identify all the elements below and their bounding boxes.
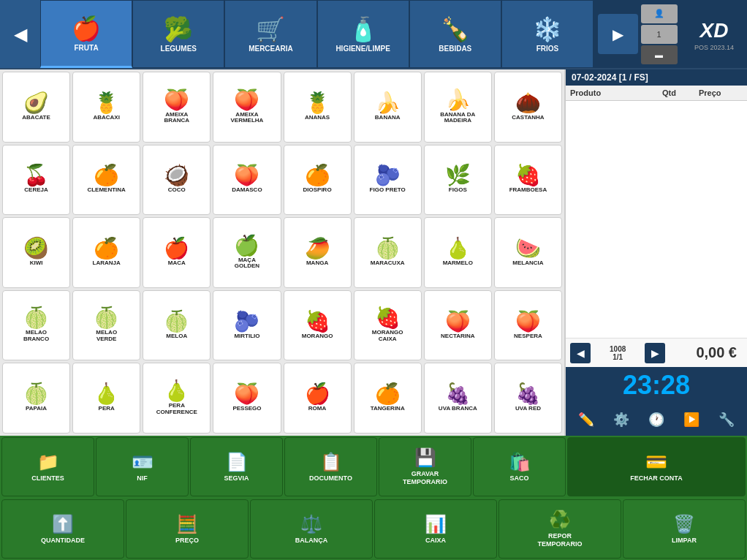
label-saco: SACO xyxy=(509,474,528,483)
product-item-banana-madeira[interactable]: 🍌 BANANA DAMADEIRA xyxy=(424,72,492,143)
nav-back-button[interactable]: ◀ xyxy=(0,0,40,68)
product-item-nespera[interactable]: 🍑 NESPERA xyxy=(494,290,562,361)
prod-icon-figo-preto: 🫐 xyxy=(375,165,401,186)
btn-segvia[interactable]: 📄 SEGVIA xyxy=(190,437,283,496)
category-tab-higiene[interactable]: 🧴 HIGIENE/LIMPE xyxy=(317,0,409,68)
category-tab-legumes[interactable]: 🥦 LEGUMES xyxy=(132,0,224,68)
prod-label-marmelo: MARMELO xyxy=(443,260,473,267)
bottom-row-1: 📁 CLIENTES🪪 NIF📄 SEGVIA📋 DOCUMENTO💾 GRAV… xyxy=(0,436,747,498)
icon-caixa: 📊 xyxy=(425,514,447,534)
product-item-maracuxa[interactable]: 🍈 MARACUXA xyxy=(354,217,422,288)
product-item-uva-red[interactable]: 🍇 UVA RED xyxy=(494,363,562,434)
product-item-morango-caixa[interactable]: 🍓 MORANGOCAIXA xyxy=(354,290,422,361)
btn-preco[interactable]: 🧮 PREÇO xyxy=(126,499,249,559)
prod-icon-clementina: 🍊 xyxy=(94,165,119,186)
btn-fechar-conta[interactable]: 💳 FECHAR CONTA xyxy=(567,437,746,496)
product-item-damasco[interactable]: 🍑 DAMASCO xyxy=(213,145,281,216)
product-item-banana[interactable]: 🍌 BANANA xyxy=(354,72,422,143)
btn-saco[interactable]: 🛍️ SACO xyxy=(473,437,566,496)
product-item-roma[interactable]: 🍎 ROMA xyxy=(284,363,352,434)
product-item-ananas[interactable]: 🍍 ANANAS xyxy=(284,72,352,143)
product-item-melao-branco[interactable]: 🍈 MELAOBRANCO xyxy=(2,290,70,361)
prod-label-laranja: LARANJA xyxy=(93,260,121,267)
product-item-kiwi[interactable]: 🥝 KIWI xyxy=(2,217,70,288)
product-item-meloa[interactable]: 🍈 MELOA xyxy=(143,290,211,361)
page-prev-button[interactable]: ◀ xyxy=(570,343,591,363)
product-item-maca[interactable]: 🍎 MACA xyxy=(143,217,211,288)
right-header: 07-02-2024 [1 / FS] xyxy=(566,69,747,86)
btn-quantidade[interactable]: ⬆️ QUANTIDADE xyxy=(1,499,124,559)
product-item-figo-preto[interactable]: 🫐 FIGO PRETO xyxy=(354,145,422,216)
prod-icon-pera: 🍐 xyxy=(94,384,119,404)
category-tab-mercearia[interactable]: 🛒 MERCEARIA xyxy=(224,0,316,68)
btn-clientes[interactable]: 📁 CLIENTES xyxy=(1,437,94,496)
product-item-melancia[interactable]: 🍉 MELANCIA xyxy=(494,217,562,288)
product-item-ameixa-vermelha[interactable]: 🍑 AMEIXAVERMELHA xyxy=(213,72,281,143)
product-item-manga[interactable]: 🥭 MANGA xyxy=(284,217,352,288)
prod-icon-diospiro: 🍊 xyxy=(305,165,330,186)
product-item-abacaxi[interactable]: 🍍 ABACAXI xyxy=(72,72,140,143)
product-item-figos[interactable]: 🌿 FIGOS xyxy=(424,145,492,216)
product-item-laranja[interactable]: 🍊 LARANJA xyxy=(72,217,140,288)
product-item-papaia[interactable]: 🍈 PAPAIA xyxy=(2,363,70,434)
product-item-nectarina[interactable]: 🍑 NECTARINA xyxy=(424,290,492,361)
product-item-melao-verde[interactable]: 🍈 MELAOVERDE xyxy=(72,290,140,361)
btn-limpar[interactable]: 🗑️ LIMPAR xyxy=(623,499,746,559)
prod-icon-banana-madeira: 🍌 xyxy=(445,90,471,110)
category-tab-frios[interactable]: ❄️ FRIOS xyxy=(501,0,594,68)
page-next-button[interactable]: ▶ xyxy=(645,343,665,363)
product-item-cereja[interactable]: 🍒 CEREJA xyxy=(2,145,70,216)
icon-repor-temp: ♻️ xyxy=(549,510,571,530)
prod-icon-maracuxa: 🍈 xyxy=(375,238,401,259)
gear-icon[interactable]: ⚙️ xyxy=(610,408,633,431)
prod-label-tangerina: TANGERINA xyxy=(371,406,405,412)
btn-caixa[interactable]: 📊 CAIXA xyxy=(374,499,497,559)
date-display: 07-02-2024 [1 / FS] xyxy=(572,72,648,83)
prod-label-maca: MACA xyxy=(168,260,186,267)
prod-label-kiwi: KIWI xyxy=(30,260,43,267)
btn-repor-temp[interactable]: ♻️ REPORTEMPORARIO xyxy=(498,499,621,559)
wrench-icon[interactable]: 🔧 xyxy=(715,408,738,431)
bottom-row-2: ⬆️ QUANTIDADE🧮 PREÇO⚖️ BALANÇA📊 CAIXA♻️ … xyxy=(0,498,747,560)
product-item-framboesa[interactable]: 🍓 FRAMBOESA xyxy=(494,145,562,216)
product-item-ameixa-branca[interactable]: 🍑 AMEIXABRANCA xyxy=(143,72,211,143)
product-item-castanha[interactable]: 🌰 CASTANHA xyxy=(494,72,562,143)
btn-balanca[interactable]: ⚖️ BALANÇA xyxy=(250,499,373,559)
cat-icon-mercearia: 🛒 xyxy=(256,15,285,43)
product-item-uva-branca[interactable]: 🍇 UVA BRANCA xyxy=(424,363,492,434)
product-item-marmelo[interactable]: 🍐 MARMELO xyxy=(424,217,492,288)
play-icon[interactable]: ▶️ xyxy=(680,408,703,431)
prod-icon-maca-golden: 🍏 xyxy=(234,235,259,256)
btn-documento[interactable]: 📋 DOCUMENTO xyxy=(284,437,377,496)
pencil-icon[interactable]: ✏️ xyxy=(575,408,598,431)
nav-forward-button[interactable]: ▶ xyxy=(598,14,638,54)
product-item-clementina[interactable]: 🍊 CLEMENTINA xyxy=(72,145,140,216)
cat-icon-higiene: 🧴 xyxy=(349,15,378,43)
prod-label-roma: ROMA xyxy=(308,406,326,412)
category-tab-bebidas[interactable]: 🍾 BEBIDAS xyxy=(409,0,501,68)
prod-label-melao-verde: MELAOVERDE xyxy=(96,330,117,343)
btn-gravar-temp[interactable]: 💾 GRAVARTEMPORARIO xyxy=(379,437,471,496)
prod-label-nectarina: NECTARINA xyxy=(441,333,475,340)
product-item-pessego[interactable]: 🍑 PESSEGO xyxy=(213,363,281,434)
prod-icon-melao-branco: 🍈 xyxy=(23,308,49,328)
product-item-diospiro[interactable]: 🍊 DIOSPIRO xyxy=(284,145,352,216)
product-item-morango[interactable]: 🍓 MORANGO xyxy=(284,290,352,361)
btn-nif[interactable]: 🪪 NIF xyxy=(96,437,189,496)
icon-balanca: ⚖️ xyxy=(300,514,322,534)
prod-label-clementina: CLEMENTINA xyxy=(87,187,125,194)
category-tab-fruta[interactable]: 🍎 FRUTA xyxy=(40,0,132,68)
product-item-pera[interactable]: 🍐 PERA xyxy=(72,363,140,434)
product-item-pera-conference[interactable]: 🍐 PERACONFERENCE xyxy=(143,363,211,434)
product-item-abacate[interactable]: 🥑 ABACATE xyxy=(2,72,70,143)
prod-label-ameixa-vermelha: AMEIXAVERMELHA xyxy=(230,112,263,125)
nav-extra-btn[interactable]: ▬ xyxy=(641,45,678,64)
clock-icon[interactable]: 🕐 xyxy=(645,408,668,431)
product-item-maca-golden[interactable]: 🍏 MAÇAGOLDEN xyxy=(213,217,281,288)
category-tabs: 🍎 FRUTA🥦 LEGUMES🛒 MERCEARIA🧴 HIGIENE/LIM… xyxy=(40,0,594,68)
prod-icon-castanha: 🌰 xyxy=(515,93,541,113)
product-item-coco[interactable]: 🥥 COCO xyxy=(143,145,211,216)
product-item-mirtilio[interactable]: 🫐 MIRTILIO xyxy=(213,290,281,361)
product-item-tangerina[interactable]: 🍊 TANGERINA xyxy=(354,363,422,434)
order-items-list xyxy=(566,101,747,338)
